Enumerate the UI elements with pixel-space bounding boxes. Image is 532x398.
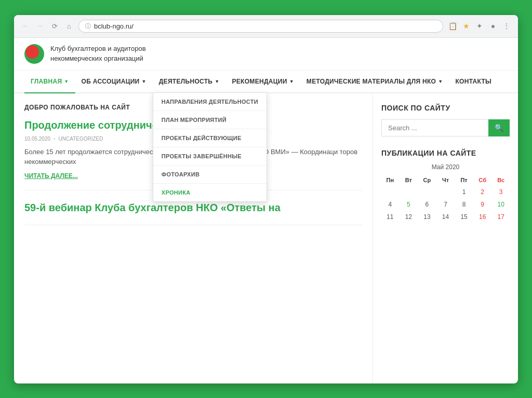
cal-cell-9: 9 [474,199,491,210]
cal-header-tue: Вт [400,175,418,185]
nav-item-home[interactable]: ГЛАВНАЯ ▼ [24,71,75,93]
site-logo [24,44,44,64]
cal-cell-11: 11 [381,211,399,223]
cal-header-thu: Чт [437,175,455,185]
cal-cell-15: 15 [455,211,473,223]
cal-cell [437,186,455,198]
cal-cell-8: 8 [455,199,473,210]
dropdown-item-plan[interactable]: ПЛАН МЕРОПРИЯТИЙ [153,111,267,129]
cal-cell-2: 2 [474,186,491,198]
cal-cell-6: 6 [418,199,436,210]
home-button[interactable]: ⌂ [64,21,74,31]
search-input[interactable] [381,119,488,136]
toolbar-actions: 📋 ★ ✦ ● ⋮ [447,22,512,30]
calendar-month: Май 2020 [381,163,510,171]
profile-icon[interactable]: ● [488,22,498,30]
nav-item-about[interactable]: ОБ АССОЦИАЦИИ ▼ [75,71,153,92]
main-navigation: ГЛАВНАЯ ▼ ОБ АССОЦИАЦИИ ▼ ДЕЯТЕЛЬНОСТЬ ▼… [14,71,518,93]
chevron-down-icon: ▼ [64,79,69,84]
cal-cell-14: 14 [437,211,455,223]
article-1-category: UNCATEGORIZED [59,136,103,142]
dropdown-item-directions[interactable]: НАПРАВЛЕНИЯ ДЕЯТЕЛЬНОСТИ [153,93,267,111]
refresh-button[interactable]: ⟳ [49,21,60,31]
nav-item-recommendations[interactable]: РЕКОМЕНДАЦИИ ▼ [225,71,300,92]
nav-item-activity[interactable]: ДЕЯТЕЛЬНОСТЬ ▼ НАПРАВЛЕНИЯ ДЕЯТЕЛЬНОСТИ … [153,71,226,92]
cal-cell-1: 1 [455,186,473,198]
cal-cell [400,186,418,198]
cal-cell [418,186,436,198]
dropdown-item-projects-done[interactable]: ПРОЕКТЫ ЗАВЕРШЁННЫЕ [153,147,267,166]
browser-window: ← → ⟳ ⌂ ⓘ 📋 ★ ✦ ● ⋮ Клуб бухгалтеров и а… [14,15,518,383]
cal-cell-7: 7 [437,199,455,210]
cal-cell-17: 17 [492,211,510,223]
back-button[interactable]: ← [20,21,31,31]
chevron-down-icon: ▼ [438,79,443,84]
search-button[interactable]: 🔍 [488,119,510,136]
extensions-icon[interactable]: ✦ [474,22,485,30]
site-header: Клуб бухгалтеров и аудиторов некоммерчес… [14,38,518,71]
sidebar: ПОИСК ПО САЙТУ 🔍 ПУБЛИКАЦИИ НА САЙТЕ Май… [373,93,518,383]
search-icon: 🔍 [495,123,503,132]
url-input[interactable] [94,22,436,30]
publications-title: ПУБЛИКАЦИИ НА САЙТЕ [381,149,510,157]
cal-header-mon: Пн [381,175,399,185]
site-title: Клуб бухгалтеров и аудиторов некоммерчес… [50,44,146,63]
dropdown-item-chronicle[interactable]: ХРОНИКА [153,184,267,201]
cal-cell [381,186,399,198]
nav-item-contacts[interactable]: КОНТАКТЫ [449,71,498,92]
share-icon[interactable]: 📋 [447,22,458,30]
meta-separator: • [54,136,56,142]
cal-header-sat: Сб [474,175,491,185]
cal-cell-10[interactable]: 10 [492,199,510,210]
chevron-down-icon: ▼ [142,79,147,84]
calendar-grid: Пн Вт Ср Чт Пт Сб Вс 1 2 3 [381,175,510,223]
cal-header-wed: Ср [418,175,436,185]
cal-cell-5[interactable]: 5 [400,199,418,210]
website-content: Клуб бухгалтеров и аудиторов некоммерчес… [14,38,518,383]
cal-cell-4: 4 [381,199,399,210]
chevron-down-icon: ▼ [215,79,219,84]
cal-cell-13: 13 [418,211,436,223]
search-box: 🔍 [381,119,510,136]
forward-button[interactable]: → [35,21,45,31]
menu-icon[interactable]: ⋮ [501,22,512,30]
address-bar: ⓘ [78,20,443,33]
article-2-title[interactable]: 59-й вебинар Клуба бухгалтеров НКО «Отве… [24,201,362,214]
chevron-down-icon: ▼ [289,79,294,84]
dropdown-item-projects-active[interactable]: ПРОЕКТЫ ДЕЙСТВУЮЩИЕ [153,129,267,147]
cal-header-sun: Вс [492,175,510,185]
calendar: Май 2020 Пн Вт Ср Чт Пт Сб Вс [381,163,510,223]
cal-cell-3: 3 [492,186,510,198]
cal-header-fri: Пт [455,175,473,185]
nav-item-methodical[interactable]: МЕТОДИЧЕСКИЕ МАТЕРИАЛЫ ДЛЯ НКО ▼ [300,71,449,92]
dropdown-item-photoarchive[interactable]: ФОТОАРХИВ [153,166,267,184]
activity-dropdown: НАПРАВЛЕНИЯ ДЕЯТЕЛЬНОСТИ ПЛАН МЕРОПРИЯТИ… [153,92,267,202]
article-2: 59-й вебинар Клуба бухгалтеров НКО «Отве… [24,201,362,225]
cal-cell-16: 16 [474,211,491,223]
article-1-date: 10.05.2020 [24,136,50,142]
bookmark-icon[interactable]: ★ [461,22,471,30]
lock-icon: ⓘ [85,22,91,30]
cal-cell-12: 12 [400,211,418,223]
browser-toolbar: ← → ⟳ ⌂ ⓘ 📋 ★ ✦ ● ⋮ [14,15,518,38]
search-section-title: ПОИСК ПО САЙТУ [381,104,510,112]
